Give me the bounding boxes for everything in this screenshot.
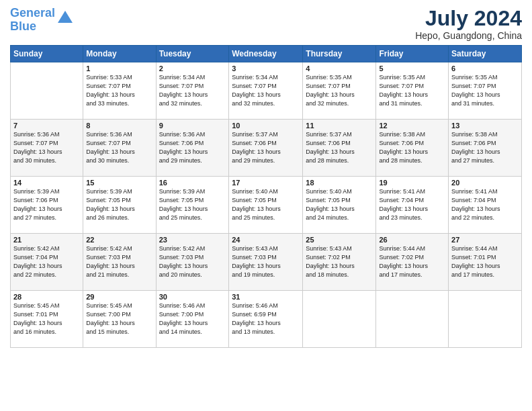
day-number: 2	[159, 64, 226, 73]
calendar-cell: 16Sunrise: 5:39 AM Sunset: 7:05 PM Dayli…	[156, 177, 229, 234]
day-number: 15	[86, 179, 152, 187]
col-monday: Monday	[83, 46, 156, 62]
day-number: 22	[86, 236, 152, 244]
calendar-cell: 26Sunrise: 5:44 AM Sunset: 7:02 PM Dayli…	[376, 234, 449, 291]
calendar-cell: 1Sunrise: 5:33 AM Sunset: 7:07 PM Daylig…	[83, 62, 156, 120]
day-number: 24	[232, 236, 300, 244]
calendar-cell: 31Sunrise: 5:46 AM Sunset: 6:59 PM Dayli…	[229, 291, 303, 348]
day-number: 31	[232, 293, 300, 301]
day-info: Sunrise: 5:39 AM Sunset: 7:05 PM Dayligh…	[159, 187, 226, 222]
col-sunday: Sunday	[11, 46, 83, 62]
calendar-cell: 5Sunrise: 5:35 AM Sunset: 7:07 PM Daylig…	[376, 62, 449, 120]
day-info: Sunrise: 5:37 AM Sunset: 7:06 PM Dayligh…	[232, 130, 300, 165]
day-number: 21	[13, 236, 80, 244]
calendar-week-4: 21Sunrise: 5:42 AM Sunset: 7:04 PM Dayli…	[11, 234, 522, 291]
calendar-table: Sunday Monday Tuesday Wednesday Thursday…	[10, 45, 522, 348]
col-wednesday: Wednesday	[229, 46, 303, 62]
day-info: Sunrise: 5:42 AM Sunset: 7:04 PM Dayligh…	[13, 244, 80, 279]
col-friday: Friday	[376, 46, 449, 62]
day-info: Sunrise: 5:40 AM Sunset: 7:05 PM Dayligh…	[232, 187, 300, 222]
calendar-cell: 10Sunrise: 5:37 AM Sunset: 7:06 PM Dayli…	[229, 120, 303, 177]
calendar-cell: 25Sunrise: 5:43 AM Sunset: 7:02 PM Dayli…	[303, 234, 376, 291]
calendar-cell: 24Sunrise: 5:43 AM Sunset: 7:03 PM Dayli…	[229, 234, 303, 291]
day-info: Sunrise: 5:36 AM Sunset: 7:07 PM Dayligh…	[86, 130, 152, 165]
day-number: 16	[159, 179, 226, 187]
calendar-cell: 19Sunrise: 5:41 AM Sunset: 7:04 PM Dayli…	[376, 177, 449, 234]
day-number: 17	[232, 179, 300, 187]
calendar-cell: 21Sunrise: 5:42 AM Sunset: 7:04 PM Dayli…	[11, 234, 83, 291]
day-info: Sunrise: 5:35 AM Sunset: 7:07 PM Dayligh…	[379, 73, 445, 108]
day-number: 9	[159, 122, 226, 130]
calendar-cell: 11Sunrise: 5:37 AM Sunset: 7:06 PM Dayli…	[303, 120, 376, 177]
day-number: 12	[379, 122, 445, 130]
logo: GeneralBlue	[10, 7, 73, 34]
calendar-cell	[449, 291, 522, 348]
calendar-header-row: Sunday Monday Tuesday Wednesday Thursday…	[11, 46, 522, 62]
calendar-cell: 20Sunrise: 5:41 AM Sunset: 7:04 PM Dayli…	[449, 177, 522, 234]
calendar-cell	[11, 62, 83, 120]
calendar-cell: 4Sunrise: 5:35 AM Sunset: 7:07 PM Daylig…	[303, 62, 376, 120]
calendar-cell: 7Sunrise: 5:36 AM Sunset: 7:07 PM Daylig…	[11, 120, 83, 177]
day-info: Sunrise: 5:46 AM Sunset: 6:59 PM Dayligh…	[232, 302, 300, 336]
day-number: 26	[379, 236, 445, 244]
calendar-cell: 28Sunrise: 5:45 AM Sunset: 7:01 PM Dayli…	[11, 291, 83, 348]
day-number: 3	[232, 64, 300, 73]
day-info: Sunrise: 5:37 AM Sunset: 7:06 PM Dayligh…	[306, 130, 373, 165]
svg-marker-0	[58, 11, 73, 23]
col-saturday: Saturday	[449, 46, 522, 62]
page-container: GeneralBlue July 2024 Hepo, Guangdong, C…	[0, 0, 532, 411]
day-info: Sunrise: 5:35 AM Sunset: 7:07 PM Dayligh…	[306, 73, 373, 108]
day-number: 6	[451, 64, 519, 73]
day-number: 5	[379, 64, 445, 73]
header: GeneralBlue July 2024 Hepo, Guangdong, C…	[10, 7, 522, 41]
day-number: 11	[306, 122, 373, 130]
calendar-cell	[376, 291, 449, 348]
day-info: Sunrise: 5:42 AM Sunset: 7:03 PM Dayligh…	[159, 244, 226, 279]
title-area: July 2024 Hepo, Guangdong, China	[415, 7, 522, 41]
day-number: 7	[13, 122, 80, 130]
calendar-cell: 2Sunrise: 5:34 AM Sunset: 7:07 PM Daylig…	[156, 62, 229, 120]
day-info: Sunrise: 5:40 AM Sunset: 7:05 PM Dayligh…	[306, 187, 373, 222]
day-info: Sunrise: 5:42 AM Sunset: 7:03 PM Dayligh…	[86, 244, 152, 279]
calendar-cell: 13Sunrise: 5:38 AM Sunset: 7:06 PM Dayli…	[449, 120, 522, 177]
day-info: Sunrise: 5:44 AM Sunset: 7:01 PM Dayligh…	[451, 244, 519, 279]
calendar-cell: 12Sunrise: 5:38 AM Sunset: 7:06 PM Dayli…	[376, 120, 449, 177]
calendar-cell: 9Sunrise: 5:36 AM Sunset: 7:06 PM Daylig…	[156, 120, 229, 177]
calendar-week-2: 7Sunrise: 5:36 AM Sunset: 7:07 PM Daylig…	[11, 120, 522, 177]
col-thursday: Thursday	[303, 46, 376, 62]
calendar-cell: 22Sunrise: 5:42 AM Sunset: 7:03 PM Dayli…	[83, 234, 156, 291]
day-info: Sunrise: 5:38 AM Sunset: 7:06 PM Dayligh…	[379, 130, 445, 165]
day-number: 13	[451, 122, 519, 130]
day-info: Sunrise: 5:46 AM Sunset: 7:00 PM Dayligh…	[159, 302, 226, 336]
calendar-cell: 30Sunrise: 5:46 AM Sunset: 7:00 PM Dayli…	[156, 291, 229, 348]
day-number: 27	[451, 236, 519, 244]
calendar-week-1: 1Sunrise: 5:33 AM Sunset: 7:07 PM Daylig…	[11, 62, 522, 120]
day-number: 20	[451, 179, 519, 187]
day-number: 30	[159, 293, 226, 301]
calendar-cell: 17Sunrise: 5:40 AM Sunset: 7:05 PM Dayli…	[229, 177, 303, 234]
day-number: 25	[306, 236, 373, 244]
day-number: 28	[13, 293, 80, 301]
day-number: 8	[86, 122, 152, 130]
day-number: 18	[306, 179, 373, 187]
day-number: 1	[86, 64, 152, 73]
day-info: Sunrise: 5:35 AM Sunset: 7:07 PM Dayligh…	[451, 73, 519, 108]
day-number: 23	[159, 236, 226, 244]
day-number: 19	[379, 179, 445, 187]
calendar-cell: 18Sunrise: 5:40 AM Sunset: 7:05 PM Dayli…	[303, 177, 376, 234]
day-info: Sunrise: 5:44 AM Sunset: 7:02 PM Dayligh…	[379, 244, 445, 279]
day-info: Sunrise: 5:34 AM Sunset: 7:07 PM Dayligh…	[232, 73, 300, 108]
logo-icon	[58, 11, 73, 23]
calendar-cell	[303, 291, 376, 348]
calendar-week-3: 14Sunrise: 5:39 AM Sunset: 7:06 PM Dayli…	[11, 177, 522, 234]
calendar-week-5: 28Sunrise: 5:45 AM Sunset: 7:01 PM Dayli…	[11, 291, 522, 348]
day-number: 29	[86, 293, 152, 301]
month-year: July 2024	[415, 7, 522, 30]
calendar-cell: 14Sunrise: 5:39 AM Sunset: 7:06 PM Dayli…	[11, 177, 83, 234]
day-info: Sunrise: 5:36 AM Sunset: 7:07 PM Dayligh…	[13, 130, 80, 165]
day-info: Sunrise: 5:43 AM Sunset: 7:02 PM Dayligh…	[306, 244, 373, 279]
calendar-cell: 8Sunrise: 5:36 AM Sunset: 7:07 PM Daylig…	[83, 120, 156, 177]
day-info: Sunrise: 5:39 AM Sunset: 7:06 PM Dayligh…	[13, 187, 80, 222]
day-info: Sunrise: 5:45 AM Sunset: 7:00 PM Dayligh…	[86, 302, 152, 336]
day-info: Sunrise: 5:45 AM Sunset: 7:01 PM Dayligh…	[13, 302, 80, 336]
